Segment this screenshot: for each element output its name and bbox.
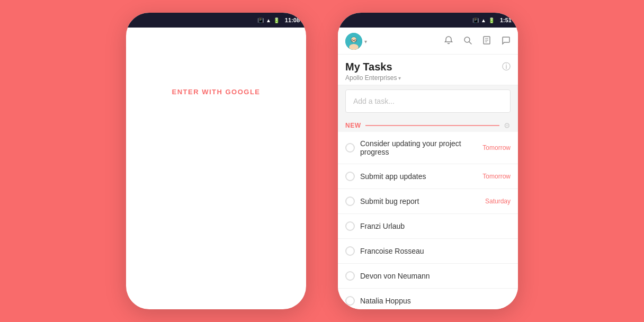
left-status-icons: 📳 ▲ 🔋 xyxy=(257,17,280,23)
add-task-bar[interactable]: Add a task... xyxy=(345,90,511,113)
right-status-icons: 📳 ▲ 🔋 xyxy=(472,17,495,23)
task-item[interactable]: Natalia Hoppus xyxy=(338,289,518,309)
section-divider xyxy=(365,125,500,126)
section-header: NEW ⚙ xyxy=(338,117,518,132)
task-item-left: Franzi Urlaub xyxy=(345,221,405,231)
task-item[interactable]: Submit bug reportSaturday xyxy=(338,189,518,214)
left-phone: 📳 ▲ 🔋 11:08 asana ENTER WITH GOOGLE SIGN… xyxy=(126,13,306,309)
task-checkbox[interactable] xyxy=(345,246,355,256)
task-checkbox[interactable] xyxy=(345,172,355,181)
vibrate-icon: 📳 xyxy=(257,17,264,23)
workspace-name: Apollo Enterprises xyxy=(345,74,397,82)
google-signin-button[interactable]: ENTER WITH GOOGLE xyxy=(126,80,306,103)
task-item[interactable]: Francoise Rosseau xyxy=(338,239,518,264)
right-phone-body: ▾ xyxy=(338,28,518,309)
app-header: ▾ xyxy=(338,28,518,55)
add-task-placeholder: Add a task... xyxy=(353,97,395,105)
battery-icon-right: 🔋 xyxy=(488,17,495,23)
task-due-date: Tomorrow xyxy=(482,144,511,151)
task-checkbox[interactable] xyxy=(345,296,355,306)
asana-wordmark: asana xyxy=(194,64,237,80)
avatar-area[interactable]: ▾ xyxy=(345,33,367,50)
task-item-left: Francoise Rosseau xyxy=(345,246,424,256)
wifi-icon: ▲ xyxy=(266,17,271,23)
notification-icon[interactable] xyxy=(444,35,453,48)
task-name: Submit bug report xyxy=(360,197,419,205)
header-icons xyxy=(444,35,511,48)
task-list: Consider updating your project progressT… xyxy=(338,132,518,309)
task-item-left: Submit app updates xyxy=(345,172,426,181)
task-checkbox[interactable] xyxy=(345,196,355,206)
task-name: Natalia Hoppus xyxy=(360,297,411,305)
workspace-row[interactable]: Apollo Enterprises ▾ xyxy=(345,74,511,82)
dot-left xyxy=(202,28,214,39)
right-time: 1:51 xyxy=(500,17,512,23)
task-name: Franzi Urlaub xyxy=(360,222,405,230)
task-name: Devon von Neumann xyxy=(360,272,430,280)
asana-logo-area: asana xyxy=(126,28,306,80)
workspace-chevron-icon: ▾ xyxy=(398,75,401,81)
vibrate-icon-right: 📳 xyxy=(472,17,479,23)
user-avatar xyxy=(345,33,362,50)
task-checkbox[interactable] xyxy=(345,221,355,231)
task-item-left: Consider updating your project progress xyxy=(345,139,482,156)
asana-dots xyxy=(202,28,230,55)
task-item[interactable]: Franzi Urlaub xyxy=(338,214,518,239)
wifi-icon-right: ▲ xyxy=(481,17,486,23)
task-item-left: Submit bug report xyxy=(345,196,419,206)
right-phone: 📳 ▲ 🔋 1:51 xyxy=(338,13,518,309)
avatar-dropdown-icon: ▾ xyxy=(364,39,367,44)
task-checkbox[interactable] xyxy=(345,271,355,281)
svg-line-9 xyxy=(469,42,471,44)
search-icon[interactable] xyxy=(463,35,472,48)
task-checkbox[interactable] xyxy=(345,143,355,153)
task-item[interactable]: Devon von Neumann xyxy=(338,264,518,289)
left-time: 11:08 xyxy=(285,17,300,23)
section-label: NEW xyxy=(345,122,361,129)
left-phone-body: asana ENTER WITH GOOGLE SIGN UP xyxy=(126,28,306,131)
task-due-date: Saturday xyxy=(485,198,511,205)
section-settings-icon[interactable]: ⚙ xyxy=(504,121,511,130)
dot-bottom xyxy=(210,43,222,55)
task-name: Francoise Rosseau xyxy=(360,247,424,255)
task-title-area: My Tasks ⓘ Apollo Enterprises ▾ xyxy=(338,55,518,85)
info-icon[interactable]: ⓘ xyxy=(502,61,511,73)
tasks-icon[interactable] xyxy=(482,35,491,48)
chat-icon[interactable] xyxy=(501,35,511,48)
dot-row-top xyxy=(202,28,230,39)
dot-right xyxy=(218,28,230,39)
signup-button[interactable]: SIGN UP xyxy=(126,109,306,131)
task-name: Consider updating your project progress xyxy=(360,139,482,156)
task-item-left: Natalia Hoppus xyxy=(345,296,411,306)
task-name: Submit app updates xyxy=(360,172,426,181)
phone-buttons: ENTER WITH GOOGLE SIGN UP xyxy=(126,80,306,131)
battery-icon: 🔋 xyxy=(273,17,280,23)
task-item[interactable]: Submit app updatesTomorrow xyxy=(338,164,518,189)
task-item-left: Devon von Neumann xyxy=(345,271,430,281)
left-status-bar: 📳 ▲ 🔋 11:08 xyxy=(126,13,306,28)
right-status-bar: 📳 ▲ 🔋 1:51 xyxy=(338,13,518,28)
my-tasks-row: My Tasks ⓘ xyxy=(345,61,511,73)
page-title: My Tasks xyxy=(345,61,392,73)
task-due-date: Tomorrow xyxy=(482,173,511,180)
task-item[interactable]: Consider updating your project progressT… xyxy=(338,132,518,164)
